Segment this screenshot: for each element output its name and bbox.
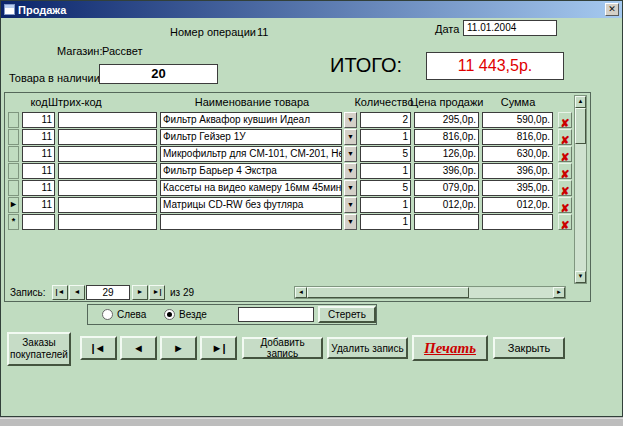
product-name-cell[interactable]: Микрофильтр для СМ-101, СМ-201, Неос [160, 146, 342, 162]
product-dropdown-button[interactable]: ▼ [344, 112, 357, 128]
scroll-up-button[interactable]: ▲ [575, 96, 586, 108]
delete-row-button[interactable]: ✘ [558, 197, 572, 213]
delete-row-button[interactable]: ✘ [558, 112, 572, 128]
record-prev-button[interactable]: ◄ [69, 285, 85, 300]
product-dropdown-button[interactable]: ▼ [344, 146, 357, 162]
price-cell[interactable]: 295,0р. [414, 112, 479, 128]
store-value: Рассвет [102, 45, 143, 57]
next-record-big-button[interactable]: ► [160, 336, 197, 360]
code-cell[interactable]: 11 [22, 180, 55, 196]
last-record-big-button[interactable]: ►| [200, 336, 237, 360]
code-cell[interactable]: 11 [22, 197, 55, 213]
vertical-scrollbar[interactable]: ▲ ▼ [574, 95, 587, 284]
table-row: 11 Фильтр Аквафор кувшин Идеал ▼ 2 295,0… [2, 112, 577, 129]
quantity-cell[interactable]: 1 [360, 214, 411, 230]
product-dropdown-button[interactable]: ▼ [344, 180, 357, 196]
product-name-cell[interactable] [160, 214, 342, 230]
barcode-cell[interactable] [58, 163, 157, 179]
price-cell[interactable] [414, 214, 479, 230]
quantity-cell[interactable]: 1 [360, 197, 411, 213]
prev-record-icon: ◄ [133, 342, 144, 354]
radio-search-left[interactable] [102, 309, 113, 320]
code-cell[interactable]: 11 [22, 129, 55, 145]
horizontal-scrollbar-thumb[interactable] [307, 287, 469, 298]
titlebar[interactable]: Продажа ✕ [1, 1, 622, 18]
stock-field[interactable]: 20 [99, 64, 218, 84]
price-cell[interactable]: 816,0р. [414, 129, 479, 145]
code-cell[interactable]: 11 [22, 146, 55, 162]
barcode-cell[interactable] [58, 197, 157, 213]
row-selector[interactable] [8, 129, 19, 145]
quantity-cell[interactable]: 2 [360, 112, 411, 128]
clear-button[interactable]: Стереть [318, 306, 376, 323]
quantity-cell[interactable]: 1 [360, 129, 411, 145]
product-dropdown-button[interactable]: ▼ [344, 197, 357, 213]
record-last-button[interactable]: ►| [149, 285, 165, 300]
product-name-cell[interactable]: Фильтр Гейзер 1У [160, 129, 342, 145]
price-cell[interactable]: 396,0р. [414, 163, 479, 179]
row-selector[interactable] [8, 180, 19, 196]
quantity-cell[interactable]: 5 [360, 180, 411, 196]
close-window-button[interactable]: ✕ [605, 3, 619, 16]
scroll-down-button[interactable]: ▼ [575, 271, 586, 283]
scroll-right-button[interactable]: ► [553, 287, 565, 298]
barcode-cell[interactable] [58, 146, 157, 162]
row-selector-new[interactable]: * [8, 214, 19, 230]
customer-orders-label-line1: Заказы [22, 337, 55, 349]
code-cell[interactable]: 11 [22, 163, 55, 179]
delete-row-button[interactable]: ✘ [558, 163, 572, 179]
search-input[interactable] [238, 307, 314, 322]
row-selector[interactable] [8, 163, 19, 179]
prev-record-big-button[interactable]: ◄ [120, 336, 157, 360]
delete-row-button[interactable]: ✘ [558, 214, 572, 230]
scroll-left-button[interactable]: ◄ [295, 287, 307, 298]
date-field[interactable]: 11.01.2004 [463, 20, 557, 36]
record-next-button[interactable]: ► [132, 285, 148, 300]
price-cell[interactable]: 126,0р. [414, 146, 479, 162]
sum-cell[interactable]: 395,0р. [482, 180, 553, 196]
quantity-cell[interactable]: 1 [360, 163, 411, 179]
print-button[interactable]: Печать [412, 335, 488, 361]
product-name-cell[interactable]: Фильтр Аквафор кувшин Идеал [160, 112, 342, 128]
chevron-down-icon: ▼ [345, 147, 356, 161]
quantity-cell[interactable]: 5 [360, 146, 411, 162]
radio-search-everywhere[interactable] [164, 309, 175, 320]
vertical-scrollbar-thumb[interactable] [575, 108, 586, 144]
row-selector[interactable] [8, 112, 19, 128]
record-number-field[interactable]: 29 [86, 285, 130, 300]
barcode-cell[interactable] [58, 180, 157, 196]
row-selector-current[interactable]: ► [8, 197, 19, 213]
price-cell[interactable]: 079,0р. [414, 180, 479, 196]
sum-cell[interactable]: 590,0р. [482, 112, 553, 128]
delete-row-button[interactable]: ✘ [558, 146, 572, 162]
product-dropdown-button[interactable]: ▼ [344, 129, 357, 145]
first-record-big-button[interactable]: |◄ [80, 336, 117, 360]
product-dropdown-button[interactable]: ▼ [344, 163, 357, 179]
sum-cell[interactable] [482, 214, 553, 230]
code-cell[interactable] [22, 214, 55, 230]
barcode-cell[interactable] [58, 129, 157, 145]
delete-record-button[interactable]: Удалить запись [327, 337, 408, 359]
horizontal-scrollbar[interactable]: ◄ ► [294, 286, 566, 299]
customer-orders-button[interactable]: Заказы покупателей [7, 332, 71, 366]
delete-row-button[interactable]: ✘ [558, 180, 572, 196]
row-selector[interactable] [8, 146, 19, 162]
code-cell[interactable]: 11 [22, 112, 55, 128]
add-record-button[interactable]: Добавить запись [242, 337, 323, 359]
price-cell[interactable]: 012,0р. [414, 197, 479, 213]
barcode-cell[interactable] [58, 112, 157, 128]
product-name-cell[interactable]: Кассеты на видео камеру 16мм 45мин. [160, 180, 342, 196]
barcode-cell[interactable] [58, 214, 157, 230]
sum-cell[interactable]: 630,0р. [482, 146, 553, 162]
sum-cell[interactable]: 012,0р. [482, 197, 553, 213]
arrow-down-icon: ▼ [576, 272, 585, 281]
sum-cell[interactable]: 816,0р. [482, 129, 553, 145]
product-name-cell[interactable]: Матрицы CD-RW без футляра [160, 197, 342, 213]
close-form-button[interactable]: Закрыть [493, 337, 565, 359]
chevron-down-icon: ▼ [345, 113, 356, 127]
sum-cell[interactable]: 396,0р. [482, 163, 553, 179]
delete-row-button[interactable]: ✘ [558, 129, 572, 145]
product-dropdown-button[interactable]: ▼ [344, 214, 357, 230]
product-name-cell[interactable]: Фильтр Барьер 4 Экстра [160, 163, 342, 179]
record-first-button[interactable]: |◄ [52, 285, 68, 300]
